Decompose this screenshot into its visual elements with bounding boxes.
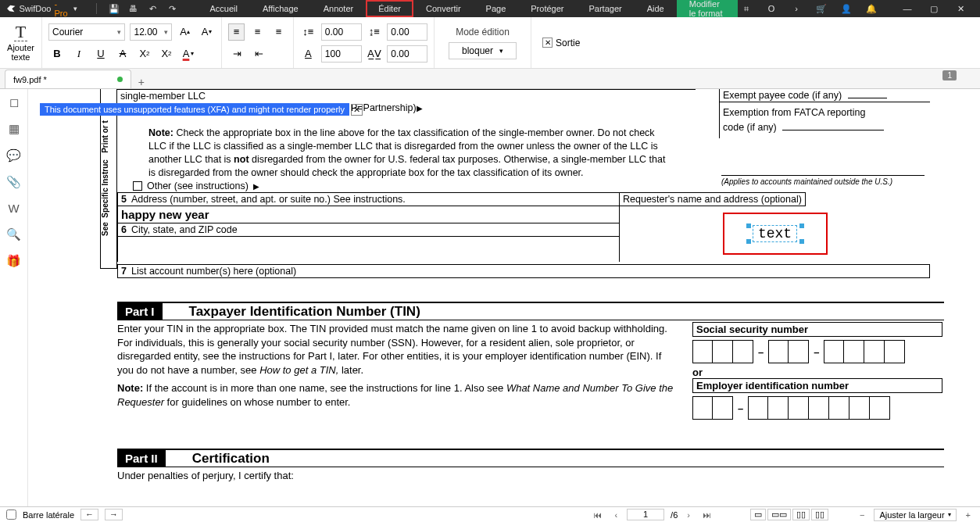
ribbon: T Ajoutertexte Courier▾ 12.00▾ A▴ A▾ B I… (0, 17, 980, 69)
page-input[interactable]: 1 (627, 509, 664, 520)
view-cont-icon[interactable]: ▭▭ (767, 509, 791, 520)
app-suffix: -Pro (54, 0, 69, 18)
first-page-button[interactable]: ⏮ (590, 510, 605, 520)
menu-modifier-format[interactable]: Modifier le format (677, 0, 738, 17)
font-grow-icon[interactable]: A▴ (177, 23, 194, 41)
strike-button[interactable]: A (114, 45, 131, 63)
add-text-icon: T (14, 23, 27, 41)
nav-back[interactable]: ← (80, 509, 98, 520)
indent-inc-button[interactable]: ⇥ (228, 45, 245, 63)
document-area[interactable]: This document uses unsupported features … (28, 89, 980, 506)
tab-modified-dot (117, 77, 123, 82)
menu-convertir[interactable]: Convertir (413, 0, 474, 17)
grid-icon[interactable]: ⌗ (738, 4, 755, 14)
bell-icon[interactable]: 🔔 (863, 4, 880, 14)
menu-editer[interactable]: Éditer (366, 0, 413, 17)
view-cont-two-icon[interactable]: ▯▯ (811, 509, 828, 520)
circle-icon[interactable]: O (763, 4, 780, 13)
char-spacing-input[interactable]: 0.00 (387, 45, 427, 63)
address-value[interactable]: happy new year (117, 206, 619, 223)
superscript-button[interactable]: X2 (136, 45, 153, 63)
app-name: SwifDoo (20, 4, 52, 13)
line-spacing-a-input[interactable]: 0.00 (321, 23, 362, 41)
minimize-button[interactable]: — (894, 4, 921, 14)
zoom-in-button[interactable]: + (963, 510, 974, 520)
menu-affichage[interactable]: Affichage (250, 0, 311, 17)
block-mode-button[interactable]: bloquer▾ (449, 42, 517, 59)
menu-partager[interactable]: Partager (576, 0, 634, 17)
tab-label: fw9.pdf * (13, 75, 47, 84)
menu-aide[interactable]: Aide (635, 0, 677, 17)
menu-page[interactable]: Page (474, 0, 519, 17)
status-bar: Barre latérale ← → ⏮ ‹ 1 /6 › ⏭ ▭ ▭▭ ▯▯ … (0, 506, 980, 522)
cart-icon[interactable]: 🛒 (813, 4, 830, 14)
last-page-button[interactable]: ⏭ (699, 510, 714, 520)
xfa-warning: This document uses unsupported features … (40, 103, 363, 116)
align-center-button[interactable]: ≡ (249, 23, 266, 41)
underline-button[interactable]: U (92, 45, 109, 63)
nav-fwd[interactable]: → (105, 509, 123, 520)
selected-text-box[interactable]: text (723, 213, 828, 255)
document-tab[interactable]: fw9.pdf * (5, 70, 131, 88)
bold-button[interactable]: B (48, 45, 66, 63)
prev-page-button[interactable]: ‹ (611, 510, 621, 520)
page-total: /6 (671, 510, 678, 520)
char-scale-input[interactable]: 100 (321, 45, 362, 63)
menu-accueil[interactable]: Accueil (198, 0, 250, 17)
char-scale-icon: A (300, 45, 317, 63)
view-single-icon[interactable]: ▭ (750, 509, 766, 520)
redo-icon[interactable]: ↷ (163, 4, 182, 14)
align-right-button[interactable]: ≡ (270, 23, 287, 41)
font-shrink-icon[interactable]: A▾ (198, 23, 215, 41)
menu-annoter[interactable]: Annoter (311, 0, 367, 17)
app-logo: SwifDoo-Pro ▾ (6, 0, 77, 18)
line-spacing-icon: ↕≡ (300, 23, 317, 41)
search-icon[interactable]: 🔍 (6, 227, 21, 241)
warning-close-button[interactable]: ✕ (351, 104, 363, 116)
maximize-button[interactable]: ▢ (921, 4, 947, 14)
print-icon[interactable]: 🖶 (124, 4, 144, 13)
edit-mode-label: Mode édition (456, 27, 510, 38)
page-badge: 1 (942, 70, 957, 80)
user-icon[interactable]: 👤 (838, 4, 855, 14)
zoom-out-button[interactable]: − (857, 510, 867, 520)
sidebar-toggle[interactable] (6, 509, 16, 520)
chevron-right-icon[interactable]: › (788, 4, 805, 13)
new-tab-button[interactable]: + (131, 76, 152, 88)
left-sidebar: ◻ ▦ 💬 📎 W 🔍 🎁 (0, 89, 28, 506)
line-spacing-icon-2: ↨≡ (367, 23, 383, 41)
bookmark-icon[interactable]: ◻ (9, 95, 19, 109)
exit-button[interactable]: ✕Sortie (542, 38, 580, 48)
char-spacing-icon: A̲V̲ (367, 45, 383, 63)
ein-boxes[interactable]: – (692, 396, 942, 420)
line-spacing-b-input[interactable]: 0.00 (387, 23, 427, 41)
doc-line-single: single-member LLC (117, 89, 696, 102)
font-size-select[interactable]: 12.00▾ (130, 23, 171, 41)
undo-icon[interactable]: ↶ (143, 4, 163, 14)
view-two-icon[interactable]: ▯▯ (792, 509, 810, 520)
save-icon[interactable]: 💾 (105, 4, 124, 14)
align-left-button[interactable]: ≡ (228, 23, 245, 41)
indent-dec-button[interactable]: ⇤ (250, 45, 267, 63)
comments-icon[interactable]: 💬 (6, 148, 21, 163)
titlebar: SwifDoo-Pro ▾ 💾 🖶 ↶ ↷ Accueil Affichage … (0, 0, 980, 17)
attachments-icon[interactable]: 📎 (6, 175, 21, 189)
gift-icon[interactable]: 🎁 (6, 254, 21, 268)
view-mode-group: ▭ ▭▭ ▯▯ ▯▯ (750, 509, 828, 520)
add-text-tool[interactable]: T Ajoutertexte (0, 17, 42, 68)
font-select[interactable]: Courier▾ (48, 23, 125, 41)
menu-proteger[interactable]: Protéger (518, 0, 576, 17)
swifdoo-icon (6, 3, 16, 14)
next-page-button[interactable]: › (684, 510, 693, 520)
sidebar-label: Barre latérale (23, 510, 74, 520)
thumbnails-icon[interactable]: ▦ (9, 122, 20, 136)
app-menu-chevron[interactable]: ▾ (73, 5, 77, 13)
zoom-select[interactable]: Ajuster la largeur▾ (874, 509, 956, 521)
close-button[interactable]: ✕ (947, 4, 974, 14)
font-color-button[interactable]: A▾ (180, 45, 197, 63)
ssn-boxes[interactable]: – – (692, 340, 942, 363)
subscript-button[interactable]: X2 (158, 45, 175, 63)
word-icon[interactable]: W (8, 202, 19, 215)
italic-button[interactable]: I (70, 45, 88, 63)
tab-strip: fw9.pdf * + 1 (0, 69, 980, 89)
